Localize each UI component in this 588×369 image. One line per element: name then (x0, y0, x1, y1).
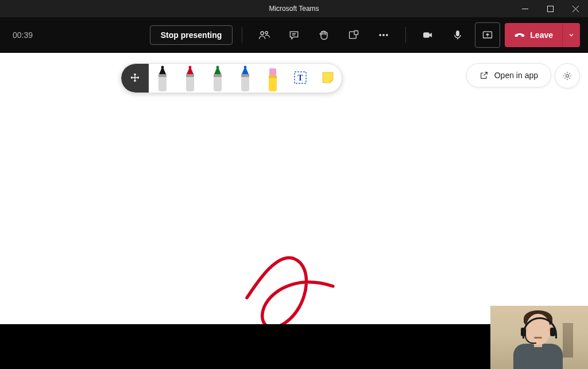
raise-hand-icon (318, 29, 330, 41)
pen-icon (209, 65, 226, 91)
move-icon (130, 72, 140, 83)
pen-black[interactable] (149, 64, 176, 93)
pen-blue[interactable] (231, 64, 259, 93)
breakout-rooms-icon (348, 29, 359, 41)
toolbar-divider (242, 27, 242, 43)
svg-point-11 (383, 34, 385, 36)
self-video-thumbnail[interactable] (490, 306, 588, 369)
text-icon: T (293, 71, 307, 84)
svg-point-29 (244, 66, 247, 69)
pen-red[interactable] (176, 64, 204, 93)
svg-rect-31 (241, 74, 249, 77)
eraser-icon (264, 65, 281, 91)
svg-text:T: T (297, 74, 303, 82)
leave-more-button[interactable] (562, 23, 580, 47)
svg-rect-32 (269, 68, 276, 75)
participants-icon (258, 29, 270, 41)
pen-green[interactable] (204, 64, 231, 93)
maximize-button[interactable] (537, 0, 563, 17)
pan-tool[interactable] (121, 64, 149, 93)
participants-button[interactable] (252, 22, 277, 48)
chat-button[interactable] (281, 22, 307, 48)
share-screen-icon (482, 29, 493, 41)
window-titlebar: Microsoft Teams (0, 0, 588, 17)
sticky-note-icon (322, 71, 334, 84)
leave-button-label: Leave (530, 30, 553, 40)
text-tool[interactable]: T (287, 64, 314, 93)
stop-presenting-button[interactable]: Stop presenting (150, 25, 233, 45)
chevron-down-icon (568, 32, 575, 39)
svg-rect-34 (269, 75, 277, 78)
svg-point-37 (566, 75, 569, 78)
window-controls (512, 0, 588, 17)
pen-icon (181, 65, 199, 91)
mic-toggle-button[interactable] (445, 22, 470, 48)
gear-icon (562, 71, 572, 81)
video-tray (0, 324, 588, 369)
more-options-icon (378, 29, 389, 41)
svg-rect-14 (457, 31, 459, 36)
svg-rect-23 (186, 74, 194, 77)
svg-point-12 (386, 34, 388, 36)
svg-rect-1 (547, 6, 553, 11)
chat-icon (288, 29, 300, 41)
window-title: Microsoft Teams (0, 5, 588, 13)
more-actions-button[interactable] (371, 22, 396, 48)
camera-toggle-button[interactable] (415, 22, 440, 48)
whiteboard-settings-button[interactable] (555, 63, 580, 89)
hangup-icon (514, 29, 525, 41)
raise-hand-button[interactable] (311, 22, 336, 48)
camera-icon (422, 29, 434, 41)
leave-button-group: Leave (505, 23, 580, 47)
svg-rect-13 (424, 33, 430, 37)
pen-icon (237, 65, 254, 91)
whiteboard-canvas[interactable]: T Open in app (0, 53, 588, 324)
svg-rect-27 (214, 74, 222, 77)
svg-point-21 (189, 66, 192, 69)
close-button[interactable] (563, 0, 588, 17)
toolbar-divider (405, 27, 406, 43)
sticky-note-tool[interactable] (314, 64, 342, 93)
svg-point-17 (161, 66, 164, 69)
share-screen-button[interactable] (475, 22, 500, 48)
call-duration: 00:39 (13, 30, 40, 40)
svg-point-4 (261, 32, 264, 34)
open-external-icon (479, 71, 489, 80)
call-toolbar: 00:39 Stop presenting (0, 17, 588, 53)
svg-rect-19 (158, 74, 167, 77)
whiteboard-toolbar: T (121, 63, 342, 93)
pen-icon (154, 65, 171, 91)
microphone-icon (452, 29, 463, 41)
svg-point-5 (265, 32, 268, 34)
breakout-rooms-button[interactable] (341, 22, 366, 48)
eraser-tool[interactable] (259, 64, 287, 93)
open-in-app-label: Open in app (494, 71, 538, 80)
svg-rect-9 (354, 31, 358, 35)
minimize-button[interactable] (512, 0, 537, 17)
leave-button[interactable]: Leave (505, 23, 562, 47)
open-in-app-button[interactable]: Open in app (466, 63, 551, 87)
svg-point-25 (216, 66, 219, 69)
svg-point-10 (380, 34, 381, 36)
